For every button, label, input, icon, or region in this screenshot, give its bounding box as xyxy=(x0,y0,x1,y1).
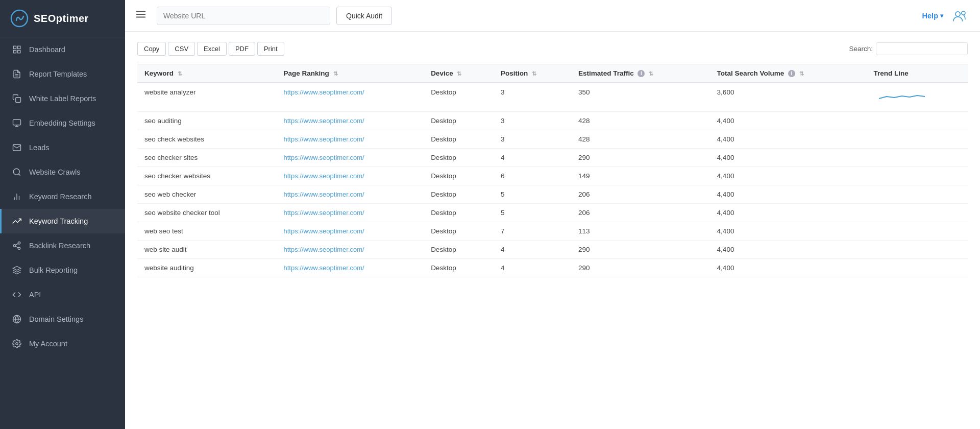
main-area: Quick Audit Help ▾ Copy CSV Excel PDF Pr… xyxy=(125,0,980,429)
cell-page-ranking: https://www.seoptimer.com/ xyxy=(277,112,424,130)
col-keyword[interactable]: Keyword ⇅ xyxy=(137,64,277,83)
table-row: seo auditinghttps://www.seoptimer.com/De… xyxy=(137,112,968,130)
cell-keyword: seo auditing xyxy=(137,112,277,130)
cell-trend-line xyxy=(867,185,968,204)
cell-keyword: seo check websites xyxy=(137,130,277,149)
sort-device-icon: ⇅ xyxy=(457,70,461,77)
sidebar-item-leads[interactable]: Leads xyxy=(0,135,125,160)
sidebar-item-dashboard[interactable]: Dashboard xyxy=(0,37,125,62)
cell-estimated-traffic: 428 xyxy=(571,130,710,149)
print-button[interactable]: Print xyxy=(257,42,284,56)
cell-page-ranking: https://www.seoptimer.com/ xyxy=(277,259,424,277)
sidebar-item-domain-settings[interactable]: Domain Settings xyxy=(0,307,125,331)
quick-audit-button[interactable]: Quick Audit xyxy=(336,7,392,25)
sidebar-item-website-crawls-label: Website Crawls xyxy=(29,168,80,176)
hamburger-button[interactable] xyxy=(135,9,146,22)
col-position[interactable]: Position ⇅ xyxy=(494,64,571,83)
cell-page-ranking: https://www.seoptimer.com/ xyxy=(277,83,424,112)
globe-icon xyxy=(12,314,22,324)
cell-estimated-traffic: 290 xyxy=(571,259,710,277)
svg-line-19 xyxy=(15,246,18,248)
sort-total-search-volume-icon: ⇅ xyxy=(799,70,804,77)
svg-point-17 xyxy=(13,245,16,247)
svg-line-12 xyxy=(18,174,20,175)
cell-device: Desktop xyxy=(424,149,494,167)
sidebar-item-white-label[interactable]: White Label Reports xyxy=(0,86,125,111)
col-estimated-traffic[interactable]: Estimated Traffic i ⇅ xyxy=(571,64,710,83)
bar-chart-icon xyxy=(12,192,22,202)
table-toolbar: Copy CSV Excel PDF Print Search: xyxy=(137,42,968,56)
copy-icon xyxy=(12,93,22,104)
cell-device: Desktop xyxy=(424,130,494,149)
cell-keyword: web site audit xyxy=(137,241,277,259)
pdf-button[interactable]: PDF xyxy=(229,42,255,56)
svg-rect-8 xyxy=(13,120,21,125)
svg-point-29 xyxy=(962,11,965,15)
sort-position-icon: ⇅ xyxy=(532,70,536,77)
sidebar-item-white-label-label: White Label Reports xyxy=(29,94,96,103)
cell-page-ranking: https://www.seoptimer.com/ xyxy=(277,241,424,259)
search-input[interactable] xyxy=(876,42,968,55)
keyword-table: Keyword ⇅ Page Ranking ⇅ Device ⇅ Positi… xyxy=(137,64,968,277)
csv-button[interactable]: CSV xyxy=(168,42,195,56)
sidebar-item-embedding[interactable]: Embedding Settings xyxy=(0,111,125,135)
cell-position: 6 xyxy=(494,167,571,185)
cell-device: Desktop xyxy=(424,204,494,222)
grid-icon xyxy=(12,44,22,55)
sidebar-item-bulk-reporting-label: Bulk Reporting xyxy=(29,266,78,274)
cell-total-search-volume: 4,400 xyxy=(710,259,867,277)
cell-keyword: website auditing xyxy=(137,259,277,277)
sidebar-item-backlink-research[interactable]: Backlink Research xyxy=(0,233,125,258)
sidebar-item-api[interactable]: API xyxy=(0,282,125,307)
sidebar-item-bulk-reporting[interactable]: Bulk Reporting xyxy=(0,258,125,282)
cell-total-search-volume: 4,400 xyxy=(710,204,867,222)
sidebar-item-embedding-label: Embedding Settings xyxy=(29,119,95,127)
sidebar-item-website-crawls[interactable]: Website Crawls xyxy=(0,160,125,184)
cell-estimated-traffic: 290 xyxy=(571,241,710,259)
sidebar-item-keyword-tracking[interactable]: Keyword Tracking xyxy=(0,209,125,233)
table-row: web site audithttps://www.seoptimer.com/… xyxy=(137,241,968,259)
total-search-volume-info-icon[interactable]: i xyxy=(788,70,795,77)
col-device[interactable]: Device ⇅ xyxy=(424,64,494,83)
col-total-search-volume[interactable]: Total Search Volume i ⇅ xyxy=(710,64,867,83)
svg-point-28 xyxy=(955,11,960,16)
cell-trend-line xyxy=(867,149,968,167)
sidebar-item-my-account[interactable]: My Account xyxy=(0,331,125,356)
url-input[interactable] xyxy=(157,7,330,25)
topbar: Quick Audit Help ▾ xyxy=(125,0,980,32)
user-accounts-icon[interactable] xyxy=(951,7,970,25)
sidebar-item-report-templates[interactable]: Report Templates xyxy=(0,62,125,86)
copy-button[interactable]: Copy xyxy=(137,42,166,56)
sidebar-item-keyword-research-label: Keyword Research xyxy=(29,193,92,201)
cell-keyword: seo website checker tool xyxy=(137,204,277,222)
help-button[interactable]: Help ▾ xyxy=(922,12,943,20)
layers-icon xyxy=(12,265,22,275)
file-text-icon xyxy=(12,69,22,79)
cell-total-search-volume: 4,400 xyxy=(710,167,867,185)
cell-trend-line xyxy=(867,241,968,259)
cell-position: 7 xyxy=(494,222,571,241)
cell-device: Desktop xyxy=(424,185,494,204)
cell-device: Desktop xyxy=(424,259,494,277)
cell-total-search-volume: 4,400 xyxy=(710,149,867,167)
sidebar-item-keyword-research[interactable]: Keyword Research xyxy=(0,184,125,209)
svg-rect-2 xyxy=(18,46,20,49)
svg-rect-7 xyxy=(16,98,21,103)
sort-estimated-traffic-icon: ⇅ xyxy=(649,70,653,77)
sidebar-item-my-account-label: My Account xyxy=(29,340,67,348)
cell-estimated-traffic: 350 xyxy=(571,83,710,112)
cell-page-ranking: https://www.seoptimer.com/ xyxy=(277,130,424,149)
estimated-traffic-info-icon[interactable]: i xyxy=(638,70,645,77)
col-page-ranking[interactable]: Page Ranking ⇅ xyxy=(277,64,424,83)
cell-page-ranking: https://www.seoptimer.com/ xyxy=(277,222,424,241)
sidebar-item-api-label: API xyxy=(29,291,41,299)
cell-estimated-traffic: 206 xyxy=(571,204,710,222)
excel-button[interactable]: Excel xyxy=(197,42,227,56)
sidebar-item-domain-settings-label: Domain Settings xyxy=(29,315,83,323)
cell-total-search-volume: 4,400 xyxy=(710,112,867,130)
cell-keyword: web seo test xyxy=(137,222,277,241)
cell-total-search-volume: 4,400 xyxy=(710,185,867,204)
cell-trend-line xyxy=(867,167,968,185)
table-body: website analyzerhttps://www.seoptimer.co… xyxy=(137,83,968,277)
content-area: Copy CSV Excel PDF Print Search: Keyword… xyxy=(125,32,980,429)
